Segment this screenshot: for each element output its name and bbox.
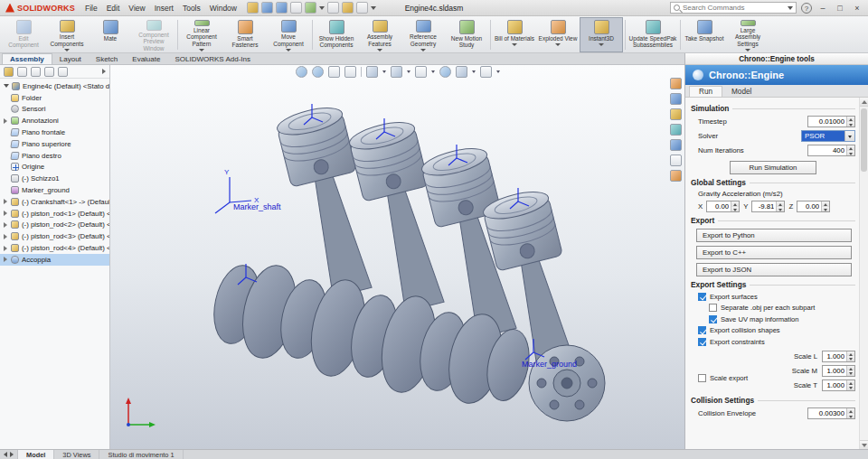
tab-solidworks-addins[interactable]: SOLIDWORKS Add-Ins xyxy=(167,54,258,64)
search-caret-icon[interactable] xyxy=(788,6,793,10)
ribbon-take-snapshot[interactable]: Take Snapshot xyxy=(683,17,726,52)
statusbar-tab-model[interactable]: Model xyxy=(18,450,54,459)
tree-item-piston-rod-2[interactable]: (-) piston_rod<2> (Default) <Stato d xyxy=(0,220,109,231)
property-manager-tab-icon[interactable] xyxy=(17,67,27,77)
run-simulation-button[interactable]: Run Simulation xyxy=(730,161,816,174)
zoom-area-icon[interactable] xyxy=(312,66,324,78)
ribbon-move-component[interactable]: Move Component xyxy=(267,17,310,52)
gravity-x-input[interactable] xyxy=(707,201,731,211)
spin-down-icon[interactable] xyxy=(847,151,854,156)
view-settings-icon[interactable] xyxy=(480,66,492,78)
dropdown-caret-icon[interactable] xyxy=(407,70,410,73)
spin-down-icon[interactable] xyxy=(777,207,784,212)
design-library-icon[interactable] xyxy=(670,93,682,105)
combo-caret-icon[interactable] xyxy=(844,131,854,141)
scale-t-input[interactable] xyxy=(823,380,846,390)
tree-item-front-plane[interactable]: Piano frontale xyxy=(0,126,109,138)
save-icon[interactable] xyxy=(276,2,288,14)
tree-item-origin[interactable]: Origine xyxy=(0,162,109,173)
ribbon-large-assembly-settings[interactable]: Large Assembly Settings xyxy=(726,17,769,52)
tree-item-piston-rod-1[interactable]: (-) piston_rod<1> (Default) <Stato d xyxy=(0,208,109,220)
tree-item-right-plane[interactable]: Piano destro xyxy=(0,150,109,162)
file-explorer-icon[interactable] xyxy=(670,108,682,120)
close-button[interactable]: × xyxy=(851,4,863,13)
separate-obj-checkbox[interactable]: Separate .obj per each subpart xyxy=(709,304,855,312)
export-constraints-checkbox[interactable]: Export constraints xyxy=(698,338,855,346)
dropdown-caret-icon[interactable] xyxy=(472,70,476,73)
statusbar-tab-motion-study[interactable]: Studio di movimento 1 xyxy=(99,450,183,459)
previous-view-icon[interactable] xyxy=(328,66,340,78)
collision-envelope-input[interactable] xyxy=(808,408,846,418)
menu-edit[interactable]: Edit xyxy=(102,2,125,14)
options-caret-icon[interactable] xyxy=(371,6,376,10)
engine-3d-scene[interactable]: Y X Marker_shaft Marker_ground xyxy=(110,65,684,449)
search-input[interactable] xyxy=(683,4,785,12)
zoom-fit-icon[interactable] xyxy=(296,66,307,78)
ribbon-instant3d[interactable]: Instant3D xyxy=(580,17,623,52)
tree-item-folder[interactable]: Folder xyxy=(0,92,109,104)
section-view-icon[interactable] xyxy=(344,66,356,78)
options-icon[interactable] xyxy=(356,2,368,14)
custom-properties-icon[interactable] xyxy=(670,155,682,166)
dropdown-caret-icon[interactable] xyxy=(382,70,386,73)
checkbox-icon[interactable] xyxy=(709,315,717,323)
export-collision-shapes-checkbox[interactable]: Export collision shapes xyxy=(698,326,855,334)
tree-item-piston-rod-3[interactable]: (-) piston_rod<3> (Default) <Stato d xyxy=(0,230,109,242)
scrollbar-thumb[interactable] xyxy=(861,108,867,172)
tab-sketch[interactable]: Sketch xyxy=(89,54,125,64)
chrono-tab-run[interactable]: Run xyxy=(689,86,722,97)
menu-tools[interactable]: Tools xyxy=(178,2,205,14)
chrono-window-title[interactable]: Chrono::Engine tools xyxy=(685,53,868,65)
export-to-json-button[interactable]: Export to JSON xyxy=(696,263,852,276)
rebuild-icon[interactable] xyxy=(342,2,354,14)
panel-flyout-chevron-icon[interactable] xyxy=(102,69,106,74)
export-to-python-button[interactable]: Export to Python xyxy=(696,229,852,242)
timestep-input[interactable] xyxy=(808,117,846,126)
export-to-cpp-button[interactable]: Export to C++ xyxy=(696,246,852,259)
ribbon-exploded-view[interactable]: Exploded View xyxy=(536,17,580,52)
gravity-z-input[interactable] xyxy=(797,201,821,211)
open-document-icon[interactable] xyxy=(261,2,273,14)
expand-caret-icon[interactable] xyxy=(4,234,8,239)
scroll-down-icon[interactable] xyxy=(860,440,868,449)
ribbon-new-motion-study[interactable]: New Motion Study xyxy=(445,17,488,52)
ribbon-reference-geometry[interactable]: Reference Geometry xyxy=(401,17,445,52)
iterations-input[interactable] xyxy=(808,145,846,155)
chrono-scrollbar[interactable] xyxy=(859,98,868,449)
ribbon-component-preview-window[interactable]: Component Preview Window xyxy=(132,17,175,52)
ribbon-assembly-features[interactable]: Assembly Features xyxy=(358,17,401,52)
checkbox-icon[interactable] xyxy=(698,293,706,301)
menu-insert[interactable]: Insert xyxy=(150,2,178,14)
expand-caret-icon[interactable] xyxy=(4,118,8,124)
print-icon[interactable] xyxy=(290,2,302,14)
gravity-y-input[interactable] xyxy=(752,201,776,211)
tree-item-marker-ground[interactable]: Marker_ground xyxy=(0,184,109,196)
scale-export-checkbox[interactable]: Scale export xyxy=(698,349,748,392)
dropdown-caret-icon[interactable] xyxy=(431,70,435,73)
tree-item-sensors[interactable]: Sensori xyxy=(0,104,109,116)
appearances-scenes-icon[interactable] xyxy=(670,139,682,151)
expand-caret-icon[interactable] xyxy=(4,199,8,204)
display-style-icon[interactable] xyxy=(391,66,402,78)
display-manager-tab-icon[interactable] xyxy=(58,67,68,77)
menu-window[interactable]: Window xyxy=(205,2,241,14)
undo-icon[interactable] xyxy=(305,2,316,14)
dropdown-caret-icon[interactable] xyxy=(496,70,500,73)
scale-l-input[interactable] xyxy=(823,351,846,361)
expand-caret-icon[interactable] xyxy=(4,257,8,262)
spin-down-icon[interactable] xyxy=(847,370,854,376)
tree-item-sketch1[interactable]: (-) Schizzo1 xyxy=(0,173,109,184)
feature-tree-tab-icon[interactable] xyxy=(4,67,14,77)
ribbon-update-speedpak[interactable]: Update SpeedPak Subassemblies xyxy=(627,17,678,52)
solidworks-resources-icon[interactable] xyxy=(670,78,682,89)
minimize-button[interactable]: – xyxy=(816,4,829,13)
ribbon-show-hidden-components[interactable]: Show Hidden Components xyxy=(315,17,358,52)
tab-scroll-right-icon[interactable] xyxy=(10,452,14,457)
tab-scroll-left-icon[interactable] xyxy=(4,452,7,457)
statusbar-tab-3d-views[interactable]: 3D Views xyxy=(54,450,99,459)
forum-icon[interactable] xyxy=(670,170,682,182)
ribbon-mate[interactable]: Mate xyxy=(89,17,132,52)
expand-caret-icon[interactable] xyxy=(4,246,8,251)
tree-item-crankshaft[interactable]: (-) Crankshaft<1> -> (Default) <Sta xyxy=(0,196,109,208)
tree-item-top-plane[interactable]: Piano superiore xyxy=(0,138,109,150)
